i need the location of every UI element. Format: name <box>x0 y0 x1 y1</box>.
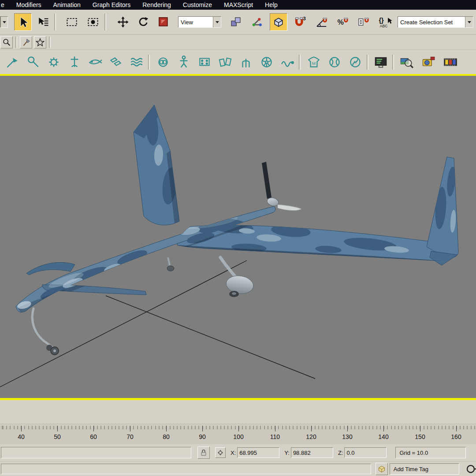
cloth-tool-button[interactable]: M <box>306 53 322 71</box>
perspective-viewport[interactable] <box>0 74 476 400</box>
select-and-rotate-button[interactable] <box>135 14 152 30</box>
named-sets-icon: {} ABC <box>378 15 393 29</box>
galaxy-tool-button[interactable]: M <box>347 53 363 71</box>
menu-item-animation[interactable]: Animation <box>53 1 81 8</box>
figure-tool-button[interactable] <box>176 53 192 71</box>
ruler-label: 70 <box>126 433 134 440</box>
y-label: Y: <box>284 450 290 456</box>
z-coordinate-field[interactable] <box>344 447 387 458</box>
menu-item-modifiers[interactable]: Modifiers <box>16 1 41 8</box>
aircraft-model[interactable] <box>16 105 458 355</box>
boxes-tool-button[interactable] <box>108 53 124 71</box>
select-and-manipulate-button[interactable] <box>248 14 265 30</box>
brace-label: {} <box>379 17 384 24</box>
angle-snap-button[interactable] <box>313 14 330 30</box>
edit-named-selections-button[interactable]: {} ABC <box>376 14 394 30</box>
select-and-scale-button[interactable] <box>155 14 172 30</box>
inspect-tool-button[interactable] <box>25 53 41 71</box>
ruler-label: 50 <box>54 433 61 440</box>
manipulate-icon <box>250 15 263 29</box>
render-region-button[interactable] <box>398 53 414 71</box>
time-slider-track[interactable] <box>0 400 476 424</box>
x-coordinate-field[interactable] <box>237 447 279 458</box>
axis-tool-button[interactable] <box>67 53 82 71</box>
reference-coordinate-dropdown[interactable]: View <box>178 16 221 28</box>
spinner-snap-button[interactable] <box>355 14 372 30</box>
figure-icon <box>176 55 191 70</box>
schematic-view-button[interactable] <box>373 53 389 71</box>
boxes-icon <box>108 55 123 70</box>
dominoes-tool-button[interactable] <box>217 53 233 71</box>
gear-icon <box>46 55 61 70</box>
time-tag-cube-button[interactable] <box>376 463 388 475</box>
toolbar-separator <box>148 55 150 70</box>
ruler-label: 150 <box>415 433 425 440</box>
rect-selection-region-button[interactable] <box>63 14 80 30</box>
chevron-down-icon <box>0 17 7 27</box>
angle-snap-icon <box>315 15 328 29</box>
toolbar-separator <box>15 37 17 48</box>
ruler-label: 80 <box>163 433 170 440</box>
tool-axe-button[interactable] <box>20 36 32 48</box>
wheel-tool-button[interactable] <box>259 53 275 71</box>
snaps-toggle-button[interactable] <box>270 13 287 31</box>
prompt-line <box>1 447 191 458</box>
fish-tool-button[interactable] <box>87 53 103 71</box>
mini-toolbar <box>0 35 476 50</box>
fork-tool-button[interactable] <box>238 53 254 71</box>
ruler-label: 160 <box>451 433 461 440</box>
ruler-label: 130 <box>342 433 352 440</box>
menu-item-customize[interactable]: Customize <box>183 1 212 8</box>
named-selection-set-dropdown[interactable]: Create Selection Set <box>398 16 473 28</box>
status-line <box>1 464 371 474</box>
ball-tool-button[interactable] <box>327 53 342 71</box>
add-time-tag[interactable]: Add Time Tag <box>390 463 460 475</box>
menu-item-graph-editors[interactable]: Graph Editors <box>93 1 130 8</box>
worm-tool-button[interactable] <box>279 53 295 71</box>
timeline-ruler[interactable]: 40 50 60 70 80 90 100 110 120 130 140 15… <box>0 424 476 445</box>
absolute-offset-toggle[interactable] <box>215 447 226 458</box>
cropped-dropdown[interactable] <box>0 16 8 28</box>
ball-icon <box>327 55 342 70</box>
ruler-label: 120 <box>306 433 316 440</box>
menu-item-partial[interactable]: e <box>1 1 4 8</box>
window-crossing-button[interactable] <box>85 14 101 30</box>
waves-tool-button[interactable] <box>129 53 145 71</box>
absolute-offset-icon <box>216 449 224 457</box>
lock-icon <box>199 448 208 457</box>
knot-icon <box>156 55 171 70</box>
viewport-nav-cropped[interactable] <box>465 462 476 476</box>
spinner-snap-icon <box>357 15 370 29</box>
favorites-button[interactable] <box>34 36 46 48</box>
zoom-region-button[interactable] <box>0 36 13 48</box>
render-last-button[interactable] <box>443 53 458 71</box>
abc-label: ABC <box>380 24 387 28</box>
knife-tool-button[interactable] <box>4 53 20 71</box>
fork-icon <box>238 55 253 70</box>
monitor-icon <box>373 55 388 70</box>
3ds-max-window: e Modifiers Animation Graph Editors Rend… <box>0 0 476 476</box>
viewport-canvas <box>0 76 476 398</box>
menu-item-help[interactable]: Help <box>265 1 278 8</box>
select-and-move-button[interactable] <box>115 14 131 30</box>
wheel-icon <box>259 55 274 70</box>
selection-lock-button[interactable] <box>197 446 210 459</box>
gear-tool-button[interactable] <box>46 53 62 71</box>
axe-icon <box>21 37 31 47</box>
select-object-button[interactable] <box>14 13 32 31</box>
knot-tool-button[interactable] <box>155 53 171 71</box>
percent-snap-icon: % <box>336 15 350 29</box>
menu-item-rendering[interactable]: Rendering <box>142 1 171 8</box>
time-tag-cube-icon <box>377 464 387 474</box>
render-scene-button[interactable] <box>420 53 436 71</box>
status-bar: X: Y: Z: Grid = 10.0 <box>0 444 476 461</box>
y-coordinate-field[interactable] <box>291 447 333 458</box>
menu-item-maxscript[interactable]: MAXScript <box>224 1 253 8</box>
use-center-button[interactable] <box>227 14 244 30</box>
pan-circle-icon <box>465 462 476 476</box>
panel-tool-button[interactable] <box>197 53 212 71</box>
snap-3d-magnet-button[interactable]: 3 <box>291 14 308 30</box>
percent-label: % <box>338 18 344 26</box>
select-by-name-button[interactable] <box>34 14 51 30</box>
percent-snap-button[interactable]: % <box>335 14 351 30</box>
